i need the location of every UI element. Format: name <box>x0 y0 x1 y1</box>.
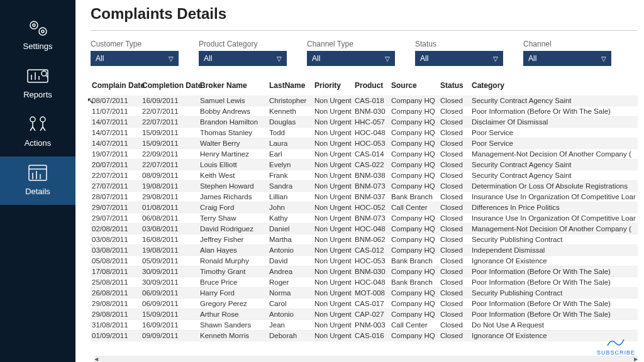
filter-customer-type: Customer Type All ▽ <box>91 40 179 66</box>
table-cell: BNM-073 <box>353 181 390 192</box>
table-cell: Determination Or Loss Of Absolute Regist… <box>470 181 638 192</box>
horizontal-scrollbar[interactable]: ◀ ▶ <box>94 356 638 362</box>
scroll-left-icon[interactable]: ◀ <box>94 356 98 362</box>
col-header[interactable]: Complain Date <box>91 77 141 96</box>
table-cell: 01/08/2011 <box>141 202 199 213</box>
table-cell: Management-Not Decision Of Another Compa… <box>470 224 638 234</box>
table-cell: 14/07/2011 <box>91 128 141 138</box>
table-row[interactable]: 29/08/201115/09/2011Arthur RoseAntonioNo… <box>91 309 638 320</box>
table-row[interactable]: 02/08/201103/08/2011David RodriguezDanie… <box>91 224 638 234</box>
table-cell: Poor Information (Before Or With The Sal… <box>470 266 638 277</box>
table-cell: Non Urgent <box>313 170 353 181</box>
table-cell: Ignorance Of Existence <box>470 331 638 341</box>
table-cell: Evelyn <box>268 160 313 170</box>
table-cell: Carol <box>268 299 313 309</box>
table-cell: 27/07/2011 <box>91 181 141 192</box>
table-cell: 01/09/2011 <box>91 331 141 341</box>
filter-select-customer-type[interactable]: All ▽ <box>91 51 179 66</box>
filter-label: Channel Type <box>307 40 395 48</box>
table-cell: Daniel <box>268 224 313 234</box>
col-header[interactable]: Status <box>439 77 470 96</box>
table-cell: Company HQ <box>390 106 439 117</box>
table-row[interactable]: 28/07/201129/08/2011James RichardsLillia… <box>91 192 638 202</box>
table-row[interactable]: 31/08/201116/09/2011Shawn SandersJeanNon… <box>91 320 638 331</box>
sidebar-item-reports[interactable]: Reports <box>0 60 75 108</box>
table-row[interactable]: 29/07/201101/08/2011Craig FordJohnNon Ur… <box>91 202 638 213</box>
sidebar-item-label: Settings <box>23 41 53 51</box>
scroll-right-icon[interactable]: ▶ <box>634 356 638 362</box>
table-row[interactable]: 03/08/201119/08/2011Alan HayesAntonioNon… <box>91 245 638 256</box>
table-head: Complain Date Completion Date Broker Nam… <box>91 77 638 96</box>
table-cell: Frank <box>268 170 313 181</box>
filter-status: Status All ▽ <box>415 40 503 66</box>
table-cell: 22/07/2011 <box>141 160 199 170</box>
table-cell: Bruce Price <box>199 277 268 288</box>
table-row[interactable]: 14/07/201115/09/2011Walter BerryLauraNon… <box>91 138 638 149</box>
table-cell: Closed <box>439 138 470 149</box>
table-row[interactable]: 25/08/201130/09/2011Bruce PriceRogerNon … <box>91 277 638 288</box>
table-cell: MOT-008 <box>353 288 390 299</box>
filter-select-product-category[interactable]: All ▽ <box>199 51 287 66</box>
table-cell: 08/09/2011 <box>141 170 199 181</box>
table-cell: 20/07/2011 <box>91 160 141 170</box>
sidebar-item-label: Details <box>25 187 50 196</box>
table-cell: Closed <box>439 149 470 160</box>
sidebar-item-actions[interactable]: Actions <box>0 108 75 156</box>
col-header[interactable]: Completion Date <box>141 77 199 96</box>
sidebar-item-details[interactable]: Details <box>0 156 75 205</box>
table-cell: Poor Information (Before Or With The Sal… <box>470 106 638 117</box>
table-row[interactable]: 05/08/201105/09/2011Ronald MurphyDavidNo… <box>91 256 638 266</box>
table-cell: 31/08/2011 <box>91 320 141 331</box>
filter-select-channel[interactable]: All ▽ <box>523 51 611 66</box>
table-row[interactable]: 19/07/201122/09/2011Henry MartinezEarlNo… <box>91 149 638 160</box>
filter-select-status[interactable]: All ▽ <box>415 51 503 66</box>
table-cell: Gregory Perez <box>199 299 268 309</box>
col-header[interactable]: Source <box>390 77 439 96</box>
col-header[interactable]: LastName <box>268 77 313 96</box>
filter-select-channel-type[interactable]: All ▽ <box>307 51 395 66</box>
table-row[interactable]: 11/07/201122/07/2011Bobby AndrewsKenneth… <box>91 106 638 117</box>
table-cell: Andrea <box>268 266 313 277</box>
table-cell: Non Urgent <box>313 181 353 192</box>
table-row[interactable]: 27/07/201119/08/2011Stephen HowardSandra… <box>91 181 638 192</box>
col-header[interactable]: Priority <box>313 77 353 96</box>
table-row[interactable]: 26/08/201106/09/2011Harry FordNormaNon U… <box>91 288 638 299</box>
table-cell: 16/08/2011 <box>141 234 199 245</box>
table-row[interactable]: 08/07/201116/09/2011Samuel LewisChristop… <box>91 96 638 106</box>
col-header[interactable]: Category <box>470 77 638 96</box>
table-row[interactable]: 17/08/201130/09/2011Timothy GrantAndreaN… <box>91 266 638 277</box>
filter-label: Status <box>415 40 503 48</box>
table-row[interactable]: 14/07/201115/09/2011Thomas StanleyToddNo… <box>91 128 638 138</box>
table-cell: 17/08/2011 <box>91 266 141 277</box>
sidebar-item-settings[interactable]: Settings <box>0 11 75 60</box>
table-row[interactable]: 29/07/201106/08/2011Terry ShawKathyNon U… <box>91 213 638 224</box>
table-row[interactable]: 01/09/201109/09/2011Kenneth MorrisDebora… <box>91 331 638 341</box>
table-row[interactable]: 03/08/201116/08/2011Jeffrey FisherMartha… <box>91 234 638 245</box>
col-header[interactable]: Product <box>353 77 390 96</box>
table-cell: 25/08/2011 <box>91 277 141 288</box>
table-cell: Company HQ <box>390 234 439 245</box>
table-cell: Company HQ <box>390 160 439 170</box>
table-row[interactable]: 29/08/201106/09/2011Gregory PerezCarolNo… <box>91 299 638 309</box>
table-cell: 30/09/2011 <box>141 277 199 288</box>
col-header[interactable]: Broker Name <box>199 77 268 96</box>
table-row[interactable]: 14/07/201122/07/2011Brandon HamiltonDoug… <box>91 117 638 128</box>
table-cell: Closed <box>439 277 470 288</box>
table-cell: Company HQ <box>390 138 439 149</box>
table-row[interactable]: 20/07/201122/07/2011Louis ElliottEvelynN… <box>91 160 638 170</box>
table-cell: 03/08/2011 <box>141 224 199 234</box>
gear-icon <box>25 18 50 38</box>
table-row[interactable]: 22/07/201108/09/2011Keith WestFrankNon U… <box>91 170 638 181</box>
table-cell: Closed <box>439 309 470 320</box>
filter-value: All <box>204 54 212 63</box>
table-cell: 22/07/2011 <box>91 170 141 181</box>
svg-point-5 <box>42 71 47 76</box>
table-cell: 08/07/2011 <box>91 96 141 106</box>
table-cell: David <box>268 256 313 266</box>
table-cell: Closed <box>439 96 470 106</box>
filter-bar: Customer Type All ▽ Product Category All… <box>91 40 638 77</box>
table-cell: CAS-014 <box>353 149 390 160</box>
actions-icon <box>25 114 50 134</box>
table-cell: Company HQ <box>390 181 439 192</box>
table-cell: Differences In Price Politics <box>470 202 638 213</box>
